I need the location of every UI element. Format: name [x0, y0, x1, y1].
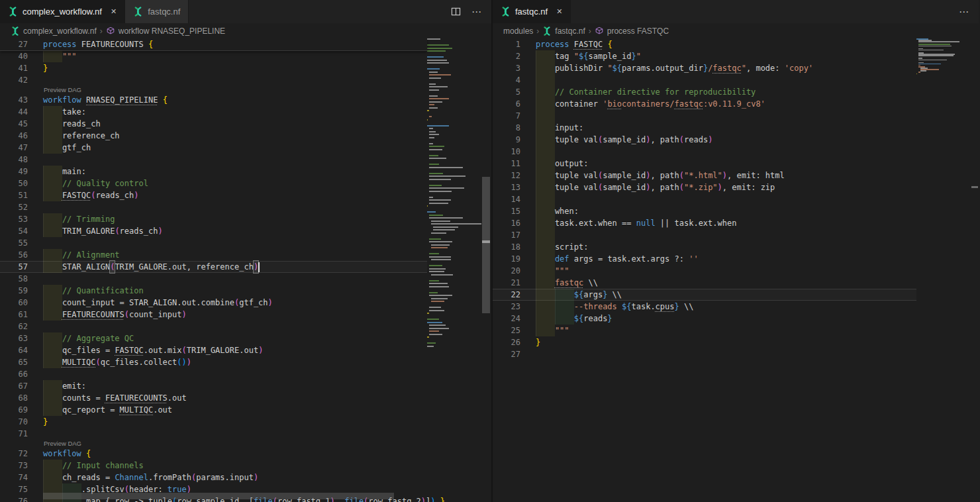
line-number[interactable]: 26 [493, 336, 520, 348]
line-number[interactable]: 54 [0, 225, 28, 237]
line-number[interactable]: 43 [0, 94, 28, 106]
line-number[interactable]: 44 [0, 106, 28, 118]
line-number[interactable]: 9 [493, 134, 520, 146]
code-line-5[interactable]: 5// Container directive for reproducibil… [493, 86, 916, 98]
line-number[interactable]: 62 [0, 321, 28, 332]
code-line-21[interactable]: 21fastqc \\ [493, 277, 916, 289]
line-number[interactable]: 42 [0, 74, 28, 86]
tab-complex_workflow-nf[interactable]: complex_workflow.nf✕ [0, 0, 125, 23]
code-line-2[interactable]: 2tag "${sample_id}" [493, 50, 916, 62]
line-number[interactable]: 40 [0, 50, 28, 62]
code-line-70[interactable]: 70} [0, 416, 427, 428]
line-number[interactable]: 8 [493, 122, 520, 134]
code-line-52[interactable]: 52 [0, 201, 427, 213]
close-tab-icon[interactable]: ✕ [556, 7, 562, 16]
code-line-12[interactable]: 12tuple val(sample_id), path("*.html"), … [493, 170, 916, 181]
line-number[interactable]: 76 [0, 495, 28, 502]
line-number[interactable]: 6 [493, 98, 520, 110]
code-line-42[interactable]: 42 [0, 74, 427, 86]
line-number[interactable]: 21 [493, 277, 520, 289]
line-number[interactable]: 7 [493, 110, 520, 122]
line-number[interactable]: 67 [0, 380, 28, 392]
line-number[interactable]: 58 [0, 273, 28, 285]
breadcrumb-item[interactable]: complex_workflow.nf [11, 26, 97, 36]
codelens-preview-dag[interactable]: Preview DAG [0, 86, 427, 94]
code-line-20[interactable]: 20""" [493, 265, 916, 277]
tab-fastqc-nf[interactable]: fastqc.nf [125, 0, 189, 23]
code-line-24[interactable]: 24${reads} [493, 313, 916, 325]
line-number[interactable]: 22 [493, 289, 520, 301]
code-line-27[interactable]: 27process FEATURECOUNTS { [0, 38, 427, 50]
code-editor-left[interactable]: 40"""41}42Preview DAG43workflow RNASEQ_P… [0, 38, 491, 502]
code-line-8[interactable]: 8input: [493, 122, 916, 134]
code-line-49[interactable]: 49main: [0, 166, 427, 177]
code-line-14[interactable]: 14 [493, 193, 916, 205]
code-line-40[interactable]: 40""" [0, 50, 427, 62]
line-number[interactable]: 2 [493, 50, 520, 62]
line-number[interactable]: 12 [493, 170, 520, 181]
code-line-56[interactable]: 56// Alignment [0, 249, 427, 261]
code-line-4[interactable]: 4 [493, 74, 916, 86]
breadcrumb-item[interactable]: process FASTQC [595, 26, 669, 36]
code-line-61[interactable]: 61FEATURECOUNTS(count_input) [0, 309, 427, 321]
code-line-53[interactable]: 53// Trimming [0, 213, 427, 225]
line-number[interactable]: 66 [0, 368, 28, 380]
code-line-54[interactable]: 54TRIM_GALORE(reads_ch) [0, 225, 427, 237]
code-line-58[interactable]: 58 [0, 273, 427, 285]
scrollbar-thumb[interactable] [482, 177, 490, 313]
line-number[interactable]: 45 [0, 118, 28, 130]
code-line-47[interactable]: 47gtf_ch [0, 142, 427, 154]
line-number[interactable]: 4 [493, 74, 520, 86]
code-line-46[interactable]: 46reference_ch [0, 130, 427, 142]
line-number[interactable]: 11 [493, 158, 520, 170]
line-number[interactable]: 74 [0, 472, 28, 483]
code-line-51[interactable]: 51FASTQC(reads_ch) [0, 189, 427, 201]
minimap[interactable] [427, 38, 481, 502]
line-number[interactable]: 75 [0, 483, 28, 495]
code-line-63[interactable]: 63// Aggregate QC [0, 332, 427, 344]
code-line-64[interactable]: 64qc_files = FASTQC.out.mix(TRIM_GALORE.… [0, 344, 427, 356]
code-line-17[interactable]: 17 [493, 229, 916, 241]
line-number[interactable]: 48 [0, 154, 28, 166]
line-number[interactable]: 5 [493, 86, 520, 98]
code-line-72[interactable]: 72workflow { [0, 448, 427, 460]
line-number[interactable]: 16 [493, 217, 520, 229]
line-number[interactable]: 50 [0, 177, 28, 189]
code-line-74[interactable]: 74ch_reads = Channel.fromPath(params.inp… [0, 472, 427, 483]
code-line-11[interactable]: 11output: [493, 158, 916, 170]
line-number[interactable]: 57 [0, 261, 28, 273]
line-number[interactable]: 55 [0, 237, 28, 249]
line-number[interactable]: 68 [0, 392, 28, 404]
code-line-68[interactable]: 68counts = FEATURECOUNTS.out [0, 392, 427, 404]
code-line-48[interactable]: 48 [0, 154, 427, 166]
line-number[interactable]: 63 [0, 332, 28, 344]
code-line-69[interactable]: 69qc_report = MULTIQC.out [0, 404, 427, 416]
code-line-41[interactable]: 41} [0, 62, 427, 74]
line-number[interactable]: 59 [0, 285, 28, 297]
code-line-45[interactable]: 45reads_ch [0, 118, 427, 130]
code-line-50[interactable]: 50// Quality control [0, 177, 427, 189]
line-number[interactable]: 17 [493, 229, 520, 241]
line-number[interactable]: 13 [493, 181, 520, 193]
code-line-22[interactable]: 22${args} \\ [493, 289, 916, 301]
breadcrumb-item[interactable]: modules [503, 26, 533, 36]
code-line-43[interactable]: 43workflow RNASEQ_PIPELINE { [0, 94, 427, 106]
code-line-18[interactable]: 18script: [493, 241, 916, 253]
line-number[interactable]: 72 [0, 448, 28, 460]
line-number[interactable]: 25 [493, 325, 520, 336]
codelens-preview-dag[interactable]: Preview DAG [0, 440, 427, 448]
code-line-3[interactable]: 3publishDir "${params.output_dir}/fastqc… [493, 62, 916, 74]
code-line-67[interactable]: 67emit: [0, 380, 427, 392]
horizontal-scrollbar[interactable] [43, 493, 394, 499]
code-line-19[interactable]: 19def args = task.ext.args ?: '' [493, 253, 916, 265]
code-line-6[interactable]: 6container 'biocontainers/fastqc:v0.11.9… [493, 98, 916, 110]
code-line-57[interactable]: 57STAR_ALIGN(TRIM_GALORE.out, reference_… [0, 261, 427, 273]
line-number[interactable]: 1 [493, 38, 520, 50]
code-line-60[interactable]: 60count_input = STAR_ALIGN.out.combine(g… [0, 297, 427, 309]
code-line-7[interactable]: 7 [493, 110, 916, 122]
line-number[interactable]: 46 [0, 130, 28, 142]
line-number[interactable]: 18 [493, 241, 520, 253]
close-tab-icon[interactable]: ✕ [111, 7, 117, 16]
tab-fastqc-nf[interactable]: fastqc.nf✕ [493, 0, 571, 23]
line-number[interactable]: 20 [493, 265, 520, 277]
